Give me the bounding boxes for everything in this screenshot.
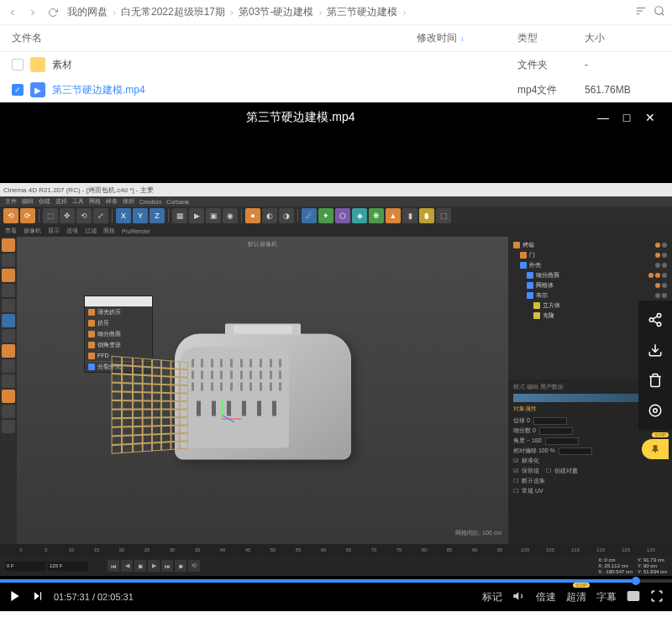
file-list-header: 文件名 修改时间↓ 类型 大小 (0, 25, 672, 52)
model-3d (175, 334, 351, 460)
c4d-viewport: 默认摄像机 网格间距: 100 cm 薄壳挤压 挤压 细分曲面 倒角变形 FFD… (17, 237, 508, 544)
col-name[interactable]: 文件名 (12, 31, 417, 45)
video-icon: ▶ (30, 82, 45, 97)
col-type[interactable]: 类型 (517, 31, 585, 45)
svg-point-6 (649, 318, 654, 322)
svg-point-5 (657, 314, 661, 318)
c4d-status-bar: 0 F125 F ⏮◀⏹▶⏭⏺⟲ X: 0 cmY: 91.73 cm X: 2… (0, 556, 672, 576)
search-icon[interactable] (654, 5, 665, 19)
svg-point-3 (655, 7, 663, 14)
file-type: 文件夹 (517, 58, 585, 72)
crumb[interactable]: 第三节硬边建模 (327, 5, 397, 19)
progress-thumb[interactable] (632, 577, 640, 585)
svg-marker-16 (513, 592, 518, 599)
folder-icon (30, 57, 45, 72)
player-titlebar: 第三节硬边建模.mp4 — □ ✕ (0, 102, 672, 133)
c4d-menubar: 文件编辑创建选择工具网格样条体积CmotionCorbana (0, 196, 672, 207)
progress-fill (0, 579, 632, 583)
svg-marker-14 (34, 592, 39, 599)
col-time[interactable]: 修改时间↓ (417, 31, 517, 45)
breadcrumb[interactable]: 我的网盘› 白无常2022超级班17期› 第03节-硬边建模› 第三节硬边建模› (67, 5, 627, 19)
mark-button[interactable]: 标记 (482, 590, 502, 604)
svg-point-12 (649, 405, 661, 416)
c4d-toolbar: ⟲⟳ ⬚✥⟲⤢ XYZ ▦▶▣◉ ●◐◑ ☄✦⬡◈❋▲▮⬮⬚ (0, 207, 672, 225)
file-size: 561.76MB (585, 84, 660, 96)
checkbox[interactable]: ✓ (12, 84, 24, 96)
minimize-button[interactable]: — (591, 111, 615, 124)
volume-icon[interactable] (512, 589, 526, 605)
sort-icon[interactable] (635, 5, 647, 19)
sort-arrow-icon: ↓ (460, 34, 465, 43)
top-nav: 我的网盘› 白无常2022超级班17期› 第03节-硬边建模› 第三节硬边建模› (0, 0, 672, 25)
progress-bar[interactable] (0, 579, 672, 583)
c4d-window: Cinema 4D R21.207 (RC) - [烤面包机.c4d *] - … (0, 183, 672, 544)
svg-point-7 (657, 322, 661, 327)
speed-button[interactable]: 倍速 (536, 590, 556, 604)
download-icon[interactable] (646, 341, 664, 359)
delete-icon[interactable] (646, 371, 664, 390)
close-button[interactable]: ✕ (638, 111, 662, 124)
svg-line-9 (653, 316, 657, 319)
file-name: 素材 (52, 58, 72, 72)
file-type: mp4文件 (517, 83, 585, 97)
pip-icon[interactable] (627, 589, 640, 605)
player-title: 第三节硬边建模.mp4 (10, 110, 591, 125)
file-row[interactable]: ✓ ▶ 第三节硬边建模.mp4 mp4文件 561.76MB (0, 77, 672, 102)
svg-rect-18 (633, 596, 638, 599)
crumb[interactable]: 白无常2022超级班17期 (121, 5, 225, 19)
quality-button[interactable]: SVIP 超清 (566, 590, 586, 604)
c4d-left-toolbar (0, 237, 17, 544)
svg-line-4 (662, 13, 664, 16)
svg-rect-15 (40, 592, 41, 599)
player-controls: 01:57:31 / 02:05:31 标记 倍速 SVIP 超清 字幕 (0, 583, 672, 611)
video-area[interactable]: Cinema 4D R21.207 (RC) - [烤面包机.c4d *] - … (0, 133, 672, 579)
svg-line-8 (653, 321, 657, 323)
crumb[interactable]: 我的网盘 (67, 5, 108, 19)
col-size[interactable]: 大小 (585, 31, 660, 45)
nav-back-icon[interactable] (7, 7, 18, 18)
file-size: - (585, 59, 660, 71)
nav-forward-icon[interactable] (27, 7, 39, 18)
svg-point-11 (654, 409, 658, 413)
c4d-timeline: 0510152025303540455055606570758085909510… (0, 544, 672, 556)
nav-refresh-icon[interactable] (47, 7, 59, 18)
pin-button[interactable]: SVIP (642, 439, 669, 459)
share-icon[interactable] (646, 311, 664, 329)
settings-icon[interactable] (646, 401, 664, 420)
maximize-button[interactable]: □ (615, 111, 638, 124)
file-row[interactable]: 素材 文件夹 - (0, 52, 672, 77)
svg-marker-13 (11, 591, 18, 601)
svip-badge: SVIP (652, 432, 669, 437)
side-toolbar (638, 301, 672, 430)
play-button[interactable] (8, 589, 22, 605)
fullscreen-icon[interactable] (650, 589, 664, 605)
c4d-toolbar2: 查看摄像机显示选项过滤面板ProRender (0, 225, 672, 237)
crumb[interactable]: 第03节-硬边建模 (239, 5, 313, 19)
subtitle-button[interactable]: 字幕 (596, 590, 617, 604)
next-button[interactable] (32, 590, 44, 604)
checkbox[interactable] (12, 59, 24, 71)
c4d-titlebar: Cinema 4D R21.207 (RC) - [烤面包机.c4d *] - … (0, 183, 672, 196)
time-display: 01:57:31 / 02:05:31 (54, 592, 134, 602)
file-name: 第三节硬边建模.mp4 (52, 83, 145, 97)
